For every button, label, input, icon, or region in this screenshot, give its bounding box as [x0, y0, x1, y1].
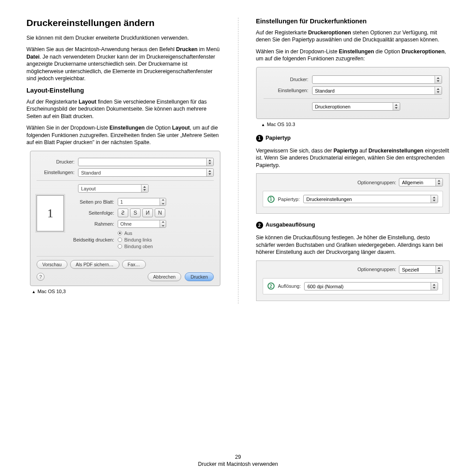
updown-icon	[393, 103, 400, 110]
group-label-1: Optionengruppen:	[357, 180, 396, 185]
updown-icon	[141, 185, 148, 192]
spb-label: Seiten pro Blatt:	[69, 199, 118, 205]
page-number: 29	[0, 454, 476, 460]
intro-1: Sie können mit dem Drucker erweiterte Dr…	[26, 34, 220, 41]
fax-button[interactable]: Fax…	[122, 260, 146, 269]
papiertyp-heading: 1Papiertyp	[256, 135, 450, 142]
radio-icon	[118, 238, 122, 242]
duplex-label: Beidseitig drucken:	[69, 237, 118, 242]
pane-select-r[interactable]: Druckeroptionen	[312, 102, 400, 111]
papiertyp-p: Vergewissern Sie sich, dass der Papierty…	[256, 147, 450, 169]
drucker-select-r[interactable]	[312, 75, 443, 84]
updown-icon	[431, 283, 438, 290]
einstellungen-select-r[interactable]: Standard	[312, 86, 443, 95]
aufloesung-heading: 2Ausgabeauflösung	[256, 222, 450, 229]
footer-text: Drucker mit Macintosh verwenden	[0, 461, 476, 467]
drucker-select[interactable]	[78, 158, 214, 166]
spb-select[interactable]: 1	[118, 198, 166, 206]
page-preview: 1	[37, 195, 64, 231]
group-label-2: Optionengruppen:	[357, 267, 396, 272]
abbrechen-button[interactable]: Abbrechen	[148, 272, 182, 281]
rahmen-label: Rahmen:	[69, 221, 118, 227]
einstellungen-label: Einstellungen:	[37, 170, 78, 175]
left-column: Druckereinstellungen ändern Sie können m…	[26, 18, 220, 304]
updown-icon	[435, 76, 442, 83]
seq-label: Seitenfolge:	[69, 210, 118, 216]
rahmen-select[interactable]: Ohne	[118, 220, 166, 228]
updown-icon	[160, 198, 166, 205]
seq-btn-3[interactable]: И	[142, 208, 153, 217]
right-title: Einstellungen für Druckerfunktionen	[256, 18, 450, 25]
radio-oben[interactable]: Bindung oben	[118, 244, 153, 249]
layout-heading: Layout-Einstellung	[26, 87, 220, 94]
updown-icon	[160, 220, 166, 227]
right-column: Einstellungen für Druckerfunktionen Auf …	[256, 18, 450, 304]
einstellungen-label-r: Einstellungen:	[264, 88, 312, 93]
aufloesung-box: Optionengruppen: Speziell 2 Auflösung: 6…	[256, 260, 450, 301]
papiertyp-select[interactable]: Druckereinstellungen	[303, 195, 438, 203]
radio-icon	[118, 244, 122, 249]
updown-icon	[431, 195, 438, 203]
drucker-label: Drucker:	[37, 159, 78, 164]
right-p2: Wählen Sie in der Dropdown-Liste Einstel…	[256, 48, 450, 63]
drucker-label-r: Drucker:	[264, 77, 312, 82]
fig-caption-right: Mac OS 10.3	[261, 122, 450, 127]
group-select-1[interactable]: Allgemein	[399, 178, 443, 186]
duplex-group: Aus Bindung links Bindung oben	[118, 231, 153, 249]
updown-icon	[206, 169, 213, 176]
papiertyp-label: Papiertyp:	[278, 197, 300, 202]
page-footer: 29 Drucker mit Macintosh verwenden	[0, 454, 476, 467]
group-select-2[interactable]: Speziell	[399, 265, 443, 274]
seq-btn-4[interactable]: N	[155, 208, 165, 217]
updown-icon	[435, 87, 442, 94]
help-button[interactable]: ?	[37, 273, 45, 281]
right-p1: Auf der Registerkarte Druckeroptionen st…	[256, 29, 450, 44]
badge-2-icon: 2	[268, 283, 275, 290]
updown-icon	[206, 158, 213, 166]
updown-icon	[435, 178, 443, 186]
pane-select[interactable]: Layout	[78, 184, 149, 193]
layout-dialog: Drucker: Einstellungen: Standard Layout …	[30, 151, 220, 286]
radio-links[interactable]: Bindung links	[118, 237, 153, 242]
pdf-button[interactable]: Als PDF sichern…	[70, 260, 119, 269]
badge-1-icon: 1	[268, 196, 275, 203]
fig-caption-left: Mac OS 10,3	[32, 289, 220, 294]
updown-icon	[435, 266, 443, 273]
intro-2: Wählen Sie aus der Macintosh-Anwendung h…	[26, 46, 220, 82]
layout-p1: Auf der Registerkarte Layout finden Sie …	[26, 98, 220, 120]
radio-aus[interactable]: Aus	[118, 231, 153, 236]
papiertyp-box: Optionengruppen: Allgemein 1 Papiertyp: …	[256, 173, 450, 214]
aufloesung-label: Auflösung:	[278, 283, 301, 289]
drucken-button[interactable]: Drucken	[185, 272, 213, 281]
layout-p2: Wählen Sie in der Dropdown-Liste Einstel…	[26, 124, 220, 146]
seq-btn-1[interactable]: Ƨ	[118, 208, 128, 217]
column-divider	[238, 18, 238, 304]
einstellungen-select[interactable]: Standard	[78, 168, 214, 177]
circle-1-icon: 1	[256, 135, 263, 142]
seq-btn-2[interactable]: S	[130, 208, 141, 217]
radio-icon	[118, 231, 122, 235]
aufloesung-select[interactable]: 600 dpi (Normal)	[304, 282, 438, 290]
options-dialog: Drucker: Einstellungen: Standard Drucker…	[256, 67, 450, 119]
aufloesung-p: Sie können die Druckauflösung festlegen.…	[256, 234, 450, 256]
circle-2-icon: 2	[256, 222, 263, 229]
vorschau-button[interactable]: Vorschau	[37, 260, 67, 269]
main-title: Druckereinstellungen ändern	[26, 18, 220, 28]
